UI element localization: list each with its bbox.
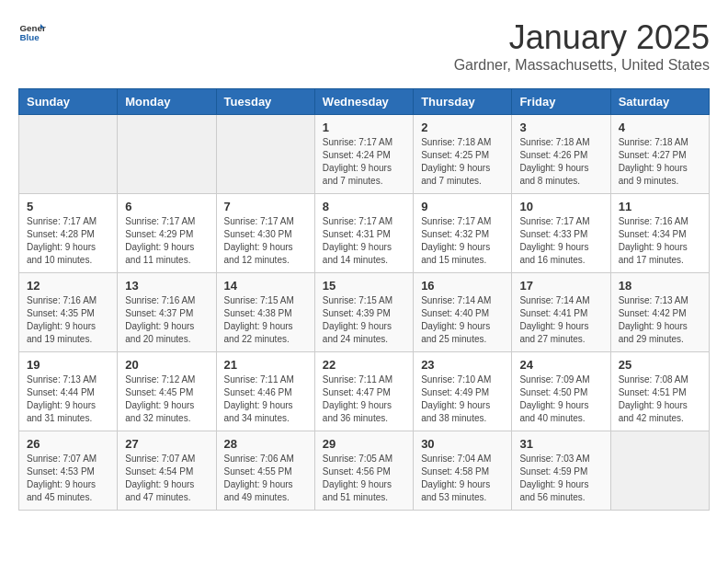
week-row-2: 5Sunrise: 7:17 AM Sunset: 4:28 PM Daylig… <box>19 194 710 273</box>
day-cell: 1Sunrise: 7:17 AM Sunset: 4:24 PM Daylig… <box>314 115 413 194</box>
day-info: Sunrise: 7:06 AM Sunset: 4:55 PM Dayligh… <box>224 453 307 504</box>
day-cell: 17Sunrise: 7:14 AM Sunset: 4:41 PM Dayli… <box>512 273 610 352</box>
day-cell: 12Sunrise: 7:16 AM Sunset: 4:35 PM Dayli… <box>19 273 118 352</box>
day-number: 21 <box>224 358 307 372</box>
day-number: 22 <box>323 358 405 372</box>
day-info: Sunrise: 7:17 AM Sunset: 4:24 PM Dayligh… <box>323 136 405 188</box>
day-number: 18 <box>619 279 701 293</box>
day-cell: 5Sunrise: 7:17 AM Sunset: 4:28 PM Daylig… <box>19 194 118 273</box>
day-cell: 20Sunrise: 7:12 AM Sunset: 4:45 PM Dayli… <box>118 352 216 431</box>
day-cell <box>610 431 709 511</box>
day-cell: 25Sunrise: 7:08 AM Sunset: 4:51 PM Dayli… <box>610 352 709 431</box>
day-cell: 29Sunrise: 7:05 AM Sunset: 4:56 PM Dayli… <box>314 431 413 511</box>
day-info: Sunrise: 7:07 AM Sunset: 4:54 PM Dayligh… <box>125 453 208 504</box>
day-number: 10 <box>519 200 602 213</box>
day-info: Sunrise: 7:13 AM Sunset: 4:42 PM Dayligh… <box>619 294 701 346</box>
day-cell: 8Sunrise: 7:17 AM Sunset: 4:31 PM Daylig… <box>314 194 413 273</box>
day-info: Sunrise: 7:14 AM Sunset: 4:40 PM Dayligh… <box>421 294 504 346</box>
day-info: Sunrise: 7:15 AM Sunset: 4:39 PM Dayligh… <box>323 294 405 346</box>
day-number: 3 <box>519 121 602 134</box>
day-info: Sunrise: 7:07 AM Sunset: 4:53 PM Dayligh… <box>27 453 109 504</box>
day-number: 5 <box>27 200 109 213</box>
day-cell: 21Sunrise: 7:11 AM Sunset: 4:46 PM Dayli… <box>216 352 314 431</box>
day-info: Sunrise: 7:12 AM Sunset: 4:45 PM Dayligh… <box>125 373 208 425</box>
day-info: Sunrise: 7:16 AM Sunset: 4:37 PM Dayligh… <box>125 294 208 346</box>
day-cell: 19Sunrise: 7:13 AM Sunset: 4:44 PM Dayli… <box>19 352 118 431</box>
day-number: 14 <box>224 279 307 293</box>
week-row-5: 26Sunrise: 7:07 AM Sunset: 4:53 PM Dayli… <box>19 431 710 511</box>
day-cell: 15Sunrise: 7:15 AM Sunset: 4:39 PM Dayli… <box>314 273 413 352</box>
day-cell: 28Sunrise: 7:06 AM Sunset: 4:55 PM Dayli… <box>216 431 314 511</box>
logo-icon: General Blue <box>18 18 46 46</box>
week-row-3: 12Sunrise: 7:16 AM Sunset: 4:35 PM Dayli… <box>19 273 710 352</box>
day-number: 19 <box>27 358 109 372</box>
day-info: Sunrise: 7:10 AM Sunset: 4:49 PM Dayligh… <box>421 373 504 425</box>
week-row-4: 19Sunrise: 7:13 AM Sunset: 4:44 PM Dayli… <box>19 352 710 431</box>
day-number: 6 <box>125 200 208 213</box>
day-info: Sunrise: 7:03 AM Sunset: 4:59 PM Dayligh… <box>519 453 602 504</box>
day-info: Sunrise: 7:16 AM Sunset: 4:35 PM Dayligh… <box>27 294 109 346</box>
day-cell: 22Sunrise: 7:11 AM Sunset: 4:47 PM Dayli… <box>314 352 413 431</box>
day-number: 27 <box>125 437 208 451</box>
day-number: 20 <box>125 358 208 372</box>
day-info: Sunrise: 7:11 AM Sunset: 4:47 PM Dayligh… <box>323 373 405 425</box>
day-info: Sunrise: 7:17 AM Sunset: 4:30 PM Dayligh… <box>224 215 307 267</box>
day-info: Sunrise: 7:09 AM Sunset: 4:50 PM Dayligh… <box>519 373 602 425</box>
day-cell: 24Sunrise: 7:09 AM Sunset: 4:50 PM Dayli… <box>512 352 610 431</box>
day-cell <box>19 115 118 194</box>
day-cell <box>118 115 216 194</box>
header: General Blue January 2025 Gardner, Massa… <box>18 18 710 74</box>
day-info: Sunrise: 7:16 AM Sunset: 4:34 PM Dayligh… <box>619 215 701 267</box>
day-cell: 9Sunrise: 7:17 AM Sunset: 4:32 PM Daylig… <box>414 194 512 273</box>
day-number: 31 <box>519 437 602 451</box>
day-number: 16 <box>421 279 504 293</box>
day-number: 2 <box>421 121 504 134</box>
day-number: 17 <box>519 279 602 293</box>
header-row: SundayMondayTuesdayWednesdayThursdayFrid… <box>19 89 710 115</box>
day-cell: 10Sunrise: 7:17 AM Sunset: 4:33 PM Dayli… <box>512 194 610 273</box>
day-number: 4 <box>619 121 701 134</box>
day-header-saturday: Saturday <box>610 89 709 115</box>
day-info: Sunrise: 7:11 AM Sunset: 4:46 PM Dayligh… <box>224 373 307 425</box>
day-cell: 31Sunrise: 7:03 AM Sunset: 4:59 PM Dayli… <box>512 431 610 511</box>
day-info: Sunrise: 7:17 AM Sunset: 4:32 PM Dayligh… <box>421 215 504 267</box>
day-cell: 23Sunrise: 7:10 AM Sunset: 4:49 PM Dayli… <box>414 352 512 431</box>
day-header-friday: Friday <box>512 89 610 115</box>
day-info: Sunrise: 7:14 AM Sunset: 4:41 PM Dayligh… <box>519 294 602 346</box>
day-cell: 7Sunrise: 7:17 AM Sunset: 4:30 PM Daylig… <box>216 194 314 273</box>
day-cell: 18Sunrise: 7:13 AM Sunset: 4:42 PM Dayli… <box>610 273 709 352</box>
day-number: 15 <box>323 279 405 293</box>
day-header-tuesday: Tuesday <box>216 89 314 115</box>
day-cell: 14Sunrise: 7:15 AM Sunset: 4:38 PM Dayli… <box>216 273 314 352</box>
day-info: Sunrise: 7:18 AM Sunset: 4:27 PM Dayligh… <box>619 136 701 188</box>
day-info: Sunrise: 7:17 AM Sunset: 4:31 PM Dayligh… <box>323 215 405 267</box>
day-info: Sunrise: 7:18 AM Sunset: 4:25 PM Dayligh… <box>421 136 504 188</box>
day-cell <box>216 115 314 194</box>
day-info: Sunrise: 7:17 AM Sunset: 4:29 PM Dayligh… <box>125 215 208 267</box>
location-title: Gardner, Massachusetts, United States <box>454 57 710 74</box>
day-cell: 27Sunrise: 7:07 AM Sunset: 4:54 PM Dayli… <box>118 431 216 511</box>
day-number: 13 <box>125 279 208 293</box>
day-cell: 2Sunrise: 7:18 AM Sunset: 4:25 PM Daylig… <box>414 115 512 194</box>
day-cell: 30Sunrise: 7:04 AM Sunset: 4:58 PM Dayli… <box>414 431 512 511</box>
day-number: 26 <box>27 437 109 451</box>
day-number: 23 <box>421 358 504 372</box>
day-info: Sunrise: 7:15 AM Sunset: 4:38 PM Dayligh… <box>224 294 307 346</box>
svg-text:Blue: Blue <box>20 32 40 42</box>
day-info: Sunrise: 7:17 AM Sunset: 4:28 PM Dayligh… <box>27 215 109 267</box>
week-row-1: 1Sunrise: 7:17 AM Sunset: 4:24 PM Daylig… <box>19 115 710 194</box>
day-info: Sunrise: 7:18 AM Sunset: 4:26 PM Dayligh… <box>519 136 602 188</box>
day-cell: 6Sunrise: 7:17 AM Sunset: 4:29 PM Daylig… <box>118 194 216 273</box>
logo: General Blue <box>18 18 46 46</box>
month-title: January 2025 <box>454 18 710 57</box>
day-number: 28 <box>224 437 307 451</box>
day-cell: 4Sunrise: 7:18 AM Sunset: 4:27 PM Daylig… <box>610 115 709 194</box>
day-cell: 16Sunrise: 7:14 AM Sunset: 4:40 PM Dayli… <box>414 273 512 352</box>
day-number: 29 <box>323 437 405 451</box>
day-info: Sunrise: 7:13 AM Sunset: 4:44 PM Dayligh… <box>27 373 109 425</box>
day-cell: 3Sunrise: 7:18 AM Sunset: 4:26 PM Daylig… <box>512 115 610 194</box>
title-area: January 2025 Gardner, Massachusetts, Uni… <box>454 18 710 74</box>
day-number: 12 <box>27 279 109 293</box>
day-header-thursday: Thursday <box>414 89 512 115</box>
day-number: 8 <box>323 200 405 213</box>
